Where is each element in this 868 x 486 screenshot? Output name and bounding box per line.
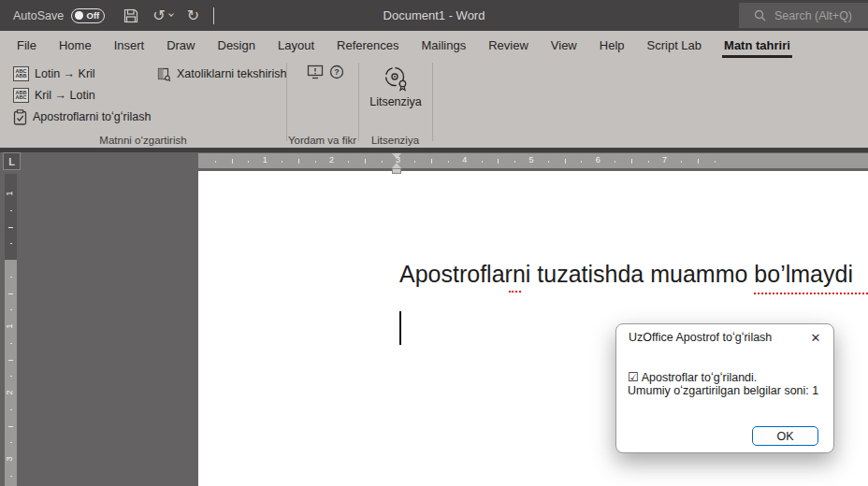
ruler-tick	[8, 293, 13, 294]
ruler-number: 3	[5, 456, 14, 461]
tab-file[interactable]: File	[6, 31, 48, 59]
tab-view[interactable]: View	[540, 31, 588, 59]
lotin-to-kril-button[interactable]: ABC АБВ Lotin → Kril	[9, 64, 99, 83]
ruler-number: 7	[662, 155, 667, 164]
ruler-tick	[382, 161, 383, 163]
tab-help[interactable]: Help	[588, 31, 636, 59]
customize-qat-button[interactable]	[213, 7, 214, 24]
ruler-tick	[10, 243, 12, 244]
clipboard-check-icon	[13, 109, 27, 125]
ruler-tick	[8, 426, 13, 427]
chevron-down-icon	[213, 7, 214, 24]
tab-mailings[interactable]: Mailings	[411, 31, 478, 59]
toggle-knob-icon	[75, 11, 82, 20]
group-separator	[358, 63, 359, 141]
ruler-tick	[10, 210, 12, 211]
vertical-ruler-margin-zone	[5, 174, 17, 260]
ruler-tick	[10, 409, 12, 410]
redo-icon: ↻	[187, 7, 199, 23]
ruler-tick	[10, 277, 12, 278]
autosave-control: AutoSave Off	[13, 8, 105, 23]
ruler-tick	[548, 161, 549, 163]
ruler-tick	[698, 159, 699, 164]
ruler-number: 3	[396, 155, 400, 164]
monitor-feedback-icon	[307, 64, 324, 79]
vertical-ruler[interactable]: 1123	[5, 174, 17, 486]
svg-text:?: ?	[334, 67, 340, 77]
tab-stop-selector[interactable]: L	[3, 152, 21, 170]
close-icon: ✕	[811, 331, 821, 345]
ruler-tick	[581, 161, 582, 163]
autosave-state: Off	[87, 10, 100, 21]
dialog-close-button[interactable]: ✕	[806, 328, 825, 347]
undo-button[interactable]: ↺	[152, 8, 172, 23]
ruler-number: 1	[5, 323, 14, 328]
ruler-tick	[10, 442, 12, 443]
document-heading-text[interactable]: Apostroflarni tuzatishda muammo bo’lmayd…	[399, 261, 853, 288]
ribbon-tab-row: FileHomeInsertDrawDesignLayoutReferences…	[0, 31, 868, 59]
help-button[interactable]: ?	[329, 64, 344, 83]
ruler-tick	[448, 161, 449, 163]
ruler-tick	[10, 309, 12, 310]
dialog-line1: Apostroflar toʻgʻrilandi.	[642, 371, 758, 384]
ruler-tick	[681, 161, 682, 163]
ruler-tick	[10, 343, 12, 344]
ruler-tick	[565, 159, 566, 164]
autosave-label: AutoSave	[13, 9, 64, 22]
ruler-tick	[8, 227, 13, 228]
redo-button[interactable]: ↻	[187, 7, 199, 24]
ruler-tick	[615, 161, 615, 163]
tab-insert[interactable]: Insert	[103, 31, 156, 59]
save-button[interactable]	[123, 8, 138, 23]
ruler-tick	[232, 159, 233, 164]
tab-review[interactable]: Review	[477, 31, 540, 59]
ruler-number: 1	[263, 155, 268, 164]
ruler-tick	[431, 159, 432, 164]
litsenziya-button[interactable]: Litsenziya	[367, 63, 425, 110]
ruler-tick	[414, 161, 415, 163]
tab-design[interactable]: Design	[207, 31, 267, 59]
ruler-tick	[248, 161, 249, 163]
tab-matn-tahriri[interactable]: Matn tahriri	[713, 31, 802, 59]
ruler-number: 1	[5, 191, 14, 195]
spelling-squiggle	[754, 292, 868, 294]
document-work-area: L 1234567 1123 Apostroflarni tuzatishda …	[0, 152, 868, 486]
tab-home[interactable]: Home	[48, 31, 103, 59]
kril-lotin-icon: АБВ ABC	[13, 88, 29, 103]
tab-script-lab[interactable]: Script Lab	[636, 31, 714, 59]
question-circle-icon: ?	[329, 64, 344, 79]
autosave-toggle[interactable]: Off	[71, 8, 105, 23]
ruler-tick	[10, 376, 12, 377]
ruler-number: 2	[5, 390, 14, 394]
search-box[interactable]: Search (Alt+Q)	[739, 3, 868, 28]
apostrof-togrilash-button[interactable]: Apostroflarni toʻgʻrilash	[9, 107, 154, 126]
ruler-number: 6	[596, 155, 600, 164]
tab-draw[interactable]: Draw	[155, 31, 206, 59]
feedback-button[interactable]	[307, 64, 324, 83]
tab-references[interactable]: References	[326, 31, 410, 59]
ruler-tick	[498, 159, 499, 164]
spelling-squiggle	[509, 290, 521, 293]
group-label-yordam-va-fikr: Yordam va fikr	[286, 135, 358, 146]
left-indent-marker[interactable]	[392, 168, 401, 174]
group-label-matnni-ozgartirish: Matnni oʻzgartirish	[0, 135, 286, 146]
ruler-tick	[298, 159, 299, 164]
ruler-tick	[631, 159, 632, 164]
text-cursor-caret	[399, 311, 401, 345]
ruler-tick	[348, 161, 349, 163]
tab-layout[interactable]: Layout	[267, 31, 326, 59]
xatoliklarni-tekshirish-button[interactable]: Xatoliklarni tekshirish	[153, 64, 290, 83]
dialog-message: ☑Apostroflar toʻgʻrilandi. Umumiy oʻzgar…	[628, 371, 818, 397]
horizontal-ruler[interactable]: 1234567	[198, 153, 868, 168]
kril-to-lotin-button[interactable]: АБВ ABC Kril → Lotin	[9, 86, 99, 105]
ribbon: ABC АБВ Lotin → Kril АБВ ABC Kril → Loti…	[0, 59, 868, 148]
ruler-tick	[10, 476, 12, 477]
search-placeholder: Search (Alt+Q)	[774, 9, 852, 22]
dialog-title: UzOffice Apostrof toʻgʻrilash	[629, 331, 772, 344]
ok-button[interactable]: OK	[752, 426, 818, 446]
ruler-tick	[648, 161, 649, 163]
undo-dropdown-chevron-icon	[168, 11, 174, 17]
search-icon	[754, 9, 766, 21]
checkbox-checked-icon: ☑	[628, 370, 639, 384]
ruler-tick	[215, 161, 216, 163]
